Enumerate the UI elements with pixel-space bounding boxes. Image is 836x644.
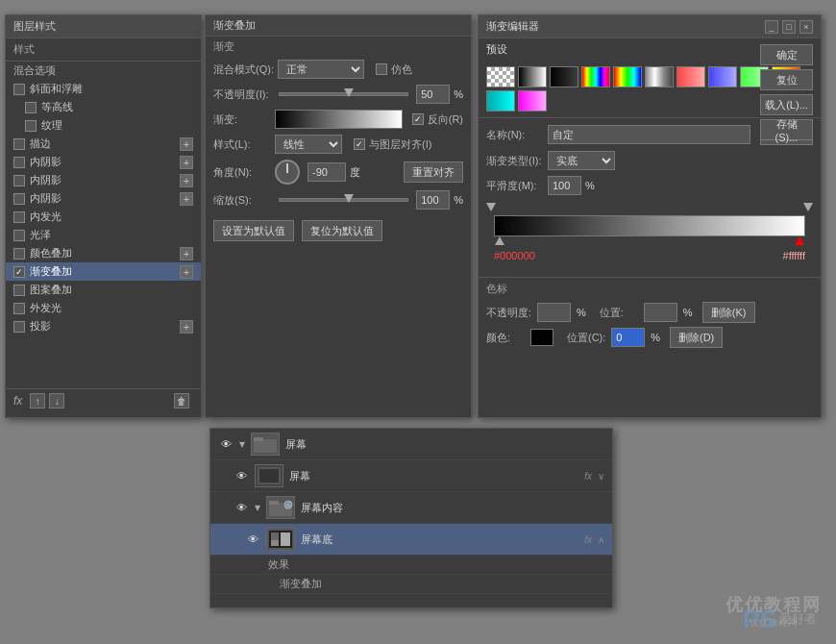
style-pattern-overlay[interactable]: 图案叠加 <box>6 281 201 299</box>
fx-bar: fx ↑ ↓ 🗑 <box>6 388 201 412</box>
fx-delete-btn[interactable]: 🗑 <box>174 393 189 409</box>
drop-shadow-plus[interactable]: + <box>180 320 193 334</box>
ge-location2-input[interactable] <box>611 328 645 347</box>
style-label: 样式(L): <box>213 137 271 152</box>
ge-gradient-bar[interactable] <box>494 215 805 236</box>
ge-color-swatch[interactable] <box>530 329 553 346</box>
eye-icon-screen-base[interactable]: 👁 <box>245 532 260 547</box>
stop-marker-right[interactable] <box>795 236 804 245</box>
ge-smoothness-input[interactable] <box>548 176 581 195</box>
style-color-overlay[interactable]: 颜色叠加 + <box>6 244 201 262</box>
ge-name-input[interactable] <box>548 125 750 144</box>
eye-icon-screen-group[interactable]: 👁 <box>218 436 234 452</box>
contour-checkbox[interactable] <box>25 102 37 113</box>
ge-reset-btn[interactable]: 复位 <box>760 69 813 90</box>
stroke-plus[interactable]: + <box>180 137 193 151</box>
preset-spectrum[interactable] <box>613 66 642 87</box>
style-inner-shadow1[interactable]: 内阴影 + <box>6 153 201 171</box>
style-outer-glow[interactable]: 外发光 <box>6 299 201 317</box>
inner-shadow1-checkbox[interactable] <box>13 157 25 168</box>
style-gradient-overlay[interactable]: 渐变叠加 + <box>6 262 201 281</box>
texture-checkbox[interactable] <box>25 120 37 132</box>
opacity-label: 不透明度(I): <box>213 87 271 102</box>
inner-shadow2-plus[interactable]: + <box>180 174 193 187</box>
layer-name-screen: 屏幕 <box>289 469 578 483</box>
style-inner-glow[interactable]: 内发光 <box>6 208 201 226</box>
preset-blue[interactable] <box>708 66 737 87</box>
preset-red[interactable] <box>676 66 705 87</box>
angle-dial[interactable] <box>275 160 300 185</box>
ge-delete-btn2[interactable]: 删除(D) <box>670 327 723 348</box>
style-select[interactable]: 线性 <box>275 135 342 154</box>
angle-input[interactable] <box>307 162 346 182</box>
layer-row-screen-content[interactable]: 👁 ▾ 🔗 屏幕内容 <box>210 492 612 524</box>
reset-default-btn[interactable]: 复位为默认值 <box>302 220 382 241</box>
color-overlay-plus[interactable]: + <box>180 247 193 260</box>
layer-row-screen-base[interactable]: 👁 屏幕底 fx ∧ <box>210 524 612 556</box>
fx-arrow-screen-base[interactable]: ∧ <box>598 534 604 545</box>
eye-icon-screen[interactable]: 👁 <box>234 468 249 483</box>
close-btn[interactable]: × <box>799 20 813 34</box>
style-stroke[interactable]: 描边 + <box>6 135 201 153</box>
reset-align-btn[interactable]: 重置对齐 <box>404 161 463 183</box>
inner-glow-checkbox[interactable] <box>13 211 25 223</box>
opacity-input[interactable] <box>416 85 450 104</box>
load-btn[interactable]: 载入(L)... <box>760 94 813 115</box>
preset-bw[interactable] <box>518 66 547 87</box>
layers-panel: 👁 ▾ 屏幕 👁 屏幕 fx ∨ 👁 ▾ <box>209 428 613 608</box>
chevron-screen-group[interactable]: ▾ <box>239 437 245 451</box>
color-overlay-checkbox[interactable] <box>13 248 25 260</box>
scale-input[interactable] <box>416 190 450 210</box>
save-btn[interactable]: 存储(S)... <box>760 119 813 140</box>
ge-location-input[interactable] <box>644 303 677 322</box>
ge-type-select[interactable]: 实底 <box>548 151 615 170</box>
ge-opacity-stop-input[interactable] <box>537 303 571 322</box>
style-contour[interactable]: 等高线 <box>6 98 201 116</box>
stroke-checkbox[interactable] <box>13 138 25 150</box>
preset-chrome[interactable] <box>645 66 674 87</box>
layer-row-screen-group[interactable]: 👁 ▾ 屏幕 <box>210 429 612 460</box>
chevron-screen-content[interactable]: ▾ <box>255 501 260 514</box>
preset-transparent[interactable] <box>486 66 515 87</box>
opacity-unit: % <box>454 88 463 100</box>
blend-options-item[interactable]: 混合选项 <box>6 62 201 80</box>
style-satin[interactable]: 光泽 <box>6 226 201 244</box>
inner-shadow2-checkbox[interactable] <box>13 175 25 186</box>
pattern-overlay-checkbox[interactable] <box>13 285 25 296</box>
satin-checkbox[interactable] <box>13 230 25 241</box>
drop-shadow-checkbox[interactable] <box>13 321 25 333</box>
preset-violet[interactable] <box>518 90 547 111</box>
align-checkbox[interactable] <box>354 138 365 150</box>
fx-up-btn[interactable]: ↑ <box>30 393 45 409</box>
bevel-checkbox[interactable] <box>13 84 25 95</box>
gradient-overlay-checkbox[interactable] <box>13 266 25 278</box>
fx-down-btn[interactable]: ↓ <box>49 393 64 409</box>
outer-glow-checkbox[interactable] <box>13 303 25 314</box>
reverse-checkbox[interactable] <box>412 113 424 125</box>
stop-marker-left[interactable] <box>495 236 504 245</box>
maximize-btn[interactable]: □ <box>782 20 796 34</box>
minimize-btn[interactable]: _ <box>765 20 778 34</box>
inner-shadow3-plus[interactable]: + <box>180 192 193 206</box>
style-texture[interactable]: 纹理 <box>6 116 201 135</box>
eye-icon-screen-content[interactable]: 👁 <box>234 500 249 515</box>
style-bevel[interactable]: 斜面和浮雕 <box>6 80 201 98</box>
style-drop-shadow[interactable]: 投影 + <box>6 317 201 335</box>
inner-shadow1-plus[interactable]: + <box>180 156 193 169</box>
style-inner-shadow2[interactable]: 内阴影 + <box>6 171 201 189</box>
gradient-swatch[interactable] <box>275 110 403 129</box>
preset-black-trans[interactable] <box>550 66 578 87</box>
inner-shadow3-checkbox[interactable] <box>13 193 25 205</box>
gradient-overlay-plus[interactable]: + <box>180 265 193 279</box>
ok-btn[interactable]: 确定 <box>760 44 813 65</box>
preset-rainbow[interactable] <box>581 66 610 87</box>
dither-checkbox[interactable] <box>376 63 387 75</box>
ge-delete-btn1[interactable]: 删除(K) <box>702 302 755 323</box>
style-inner-shadow3[interactable]: 内阴影 + <box>6 189 201 208</box>
blend-mode-select[interactable]: 正常 <box>278 60 364 79</box>
layer-row-screen[interactable]: 👁 屏幕 fx ∨ <box>210 460 612 492</box>
set-default-btn[interactable]: 设置为默认值 <box>213 220 294 241</box>
preset-cyan[interactable] <box>486 90 515 111</box>
fx-arrow-screen[interactable]: ∨ <box>598 471 604 482</box>
effect-item-row[interactable]: 渐变叠加 <box>210 575 612 594</box>
